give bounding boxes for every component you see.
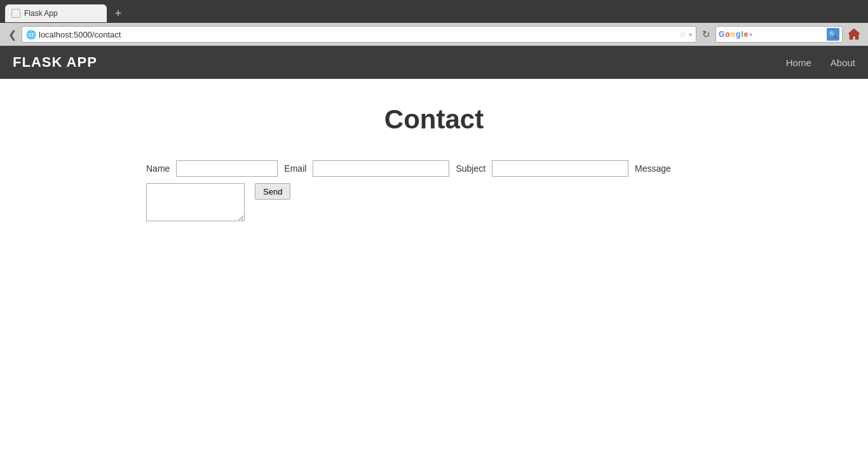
- svg-marker-0: [848, 29, 860, 39]
- new-tab-icon: +: [115, 7, 122, 20]
- reload-button[interactable]: ↻: [699, 27, 713, 41]
- message-row: Send: [146, 183, 855, 221]
- navbar-brand[interactable]: FLASK APP: [13, 54, 786, 71]
- home-button[interactable]: [845, 25, 863, 43]
- bookmark-arrow-icon: ▾: [689, 31, 692, 38]
- search-magnifier-icon: 🔍: [829, 31, 837, 39]
- browser-chrome: Flask App + ❮ 🌐 localhost:5000/contact ☆…: [0, 0, 868, 46]
- new-tab-button[interactable]: +: [111, 6, 126, 21]
- email-label: Email: [284, 163, 306, 174]
- search-wrap[interactable]: Google ▾ 🔍: [715, 26, 843, 43]
- nav-link-about[interactable]: About: [831, 57, 855, 68]
- message-textarea[interactable]: [146, 183, 245, 221]
- navbar-links: Home About: [786, 57, 855, 68]
- subject-input[interactable]: [492, 160, 628, 177]
- back-button[interactable]: ❮: [5, 27, 19, 41]
- address-bar: ❮ 🌐 localhost:5000/contact ☆ ▾ ↻ Google …: [0, 23, 868, 46]
- tab-favicon: [11, 9, 20, 18]
- address-input-wrap[interactable]: 🌐 localhost:5000/contact ☆ ▾: [22, 26, 696, 43]
- send-button[interactable]: Send: [255, 183, 290, 200]
- email-input[interactable]: [313, 160, 449, 177]
- search-button[interactable]: 🔍: [827, 28, 839, 41]
- name-input[interactable]: [176, 160, 278, 177]
- reload-icon: ↻: [702, 29, 710, 40]
- navbar: FLASK APP Home About: [0, 46, 868, 79]
- back-icon: ❮: [8, 29, 17, 41]
- message-label: Message: [635, 163, 671, 174]
- google-logo: Google: [719, 30, 748, 39]
- nav-link-home[interactable]: Home: [786, 57, 811, 68]
- main-content: Contact Name Email Subject Message Send: [0, 79, 868, 460]
- page-title: Contact: [13, 104, 855, 135]
- contact-form: Name Email Subject Message Send: [13, 160, 855, 221]
- form-fields-row: Name Email Subject Message: [146, 160, 855, 177]
- name-label: Name: [146, 163, 170, 174]
- globe-icon: 🌐: [26, 30, 36, 39]
- subject-label: Subject: [456, 163, 485, 174]
- tab-title: Flask App: [24, 9, 58, 18]
- address-text: localhost:5000/contact: [39, 30, 677, 39]
- active-tab[interactable]: Flask App: [5, 4, 107, 22]
- tab-bar: Flask App +: [0, 0, 868, 23]
- search-dropdown-arrow: ▾: [749, 31, 752, 38]
- home-icon: [847, 27, 861, 41]
- bookmark-star-icon: ☆: [679, 30, 686, 39]
